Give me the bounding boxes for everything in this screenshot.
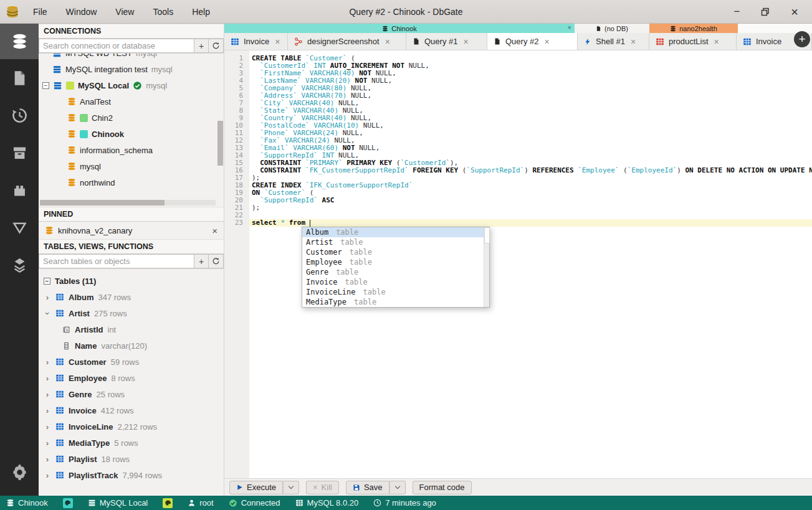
sql-editor[interactable]: 1CREATE TABLE `Customer` (2 `CustomerId`… [224,50,812,478]
minimize-icon[interactable]: − [733,6,740,17]
tab-shell1[interactable]: Shell #1 × [578,33,649,50]
close-tab-icon[interactable]: × [631,37,636,47]
autocomplete-item[interactable]: Employeetable [302,257,484,267]
tab-invoice[interactable]: Invoice × [224,33,288,50]
activity-layers[interactable] [0,246,39,283]
close-tab-icon[interactable]: × [544,37,549,47]
activity-archive[interactable] [0,134,39,171]
connection-item[interactable]: MYSQL WD TEST mysql [39,54,224,61]
activity-settings[interactable] [0,453,39,491]
autocomplete-item[interactable]: InvoiceLinetable [302,287,484,297]
chevron-right-icon[interactable]: › [44,406,51,415]
chevron-right-icon[interactable]: › [44,390,51,399]
autocomplete-item[interactable]: Albumtable [302,227,484,237]
code-line[interactable]: 23select * from [224,219,812,227]
activity-database[interactable] [0,24,39,59]
database-item[interactable]: northwind [39,174,224,191]
add-connection-button[interactable]: + [194,39,209,53]
chevron-right-icon[interactable]: › [44,471,51,480]
close-icon[interactable]: × [791,6,798,18]
code-line[interactable]: 20 `SupportRepId` ASC [224,197,812,204]
table-row-genre[interactable]: › Genre 25 rows [39,386,224,402]
menu-view[interactable]: View [115,7,134,17]
refresh-connections-button[interactable] [209,39,224,53]
chevron-right-icon[interactable]: › [44,455,51,464]
save-button[interactable]: Save [346,481,389,494]
collapse-expander[interactable]: − [44,278,50,285]
table-row-customer[interactable]: › Customer 59 rows [39,354,224,370]
autocomplete-item[interactable]: Genretable [302,267,484,277]
close-tab-icon[interactable]: × [275,37,280,47]
kill-button[interactable]: × Kill [306,481,339,494]
autocomplete-item[interactable]: Customertable [302,247,484,257]
connection-item[interactable]: MySQL integration test mysql [39,61,224,77]
activity-history[interactable] [0,97,39,134]
code-line[interactable]: 21); [224,204,812,212]
tab-productlist[interactable]: productList × [649,33,737,50]
tab-group-nodb[interactable]: (no DB) [575,24,649,33]
table-row-invoice[interactable]: › Invoice 412 rows [39,402,224,418]
tab-query1[interactable]: Query #1 × [406,33,487,50]
tables-search-input[interactable] [39,254,194,268]
add-table-button[interactable]: + [194,254,209,268]
new-tab-button[interactable]: + [794,31,810,47]
activity-query-designer[interactable] [0,209,39,246]
activity-plugins[interactable] [0,171,39,209]
close-tab-icon[interactable]: × [385,37,390,47]
chevron-right-icon[interactable]: › [44,422,51,432]
connection-item-mysql-local[interactable]: − MySQL Local mysql [39,77,224,93]
tab-group-nano2health[interactable]: nano2health [649,24,738,33]
table-row-employee[interactable]: › Employee 8 rows [39,370,224,386]
tab-group-chinook[interactable]: Chinook × [224,24,575,33]
chevron-right-icon[interactable]: › [44,438,51,448]
column-row-artistid[interactable]: 1 ArtistId int [39,321,224,338]
autocomplete-item[interactable]: MediaTypetable [302,297,484,307]
table-row-playlist[interactable]: › Playlist 18 rows [39,451,224,467]
status-database[interactable]: Chinook [6,498,48,508]
table-row-mediatype[interactable]: › MediaType 5 rows [39,435,224,451]
unpin-icon[interactable]: × [212,225,217,236]
format-code-button[interactable]: Format code [413,481,472,494]
table-row-artist[interactable]: › Artist 275 rows [39,305,224,321]
database-item[interactable]: mysql [39,158,224,174]
server-color-badge[interactable] [163,498,173,508]
database-item[interactable]: AnalTest [39,93,224,110]
table-row-playlisttrack[interactable]: › PlaylistTrack 7,994 rows [39,467,224,483]
tables-group-row[interactable]: − Tables (11) [39,273,224,289]
database-item-chinook[interactable]: Chinook [39,126,224,142]
save-options-button[interactable] [389,481,406,494]
pinned-item[interactable]: knihovna_v2_canary × [39,222,224,239]
database-color-badge[interactable] [63,498,73,508]
status-user[interactable]: root [188,498,213,508]
connections-vertical-scrollbar[interactable] [217,121,223,166]
menu-file[interactable]: File [33,7,47,17]
autocomplete-item[interactable]: Artisttable [302,237,484,247]
collapse-expander[interactable]: − [42,82,49,89]
tab-query2-active[interactable]: Query #2 × [487,33,578,50]
close-tab-icon[interactable]: × [463,37,468,47]
activity-files[interactable] [0,59,39,97]
execute-options-button[interactable] [283,481,299,494]
status-server[interactable]: MySQL Local [88,498,148,508]
table-row-invoiceline[interactable]: › InvoiceLine 2,212 rows [39,418,224,435]
chevron-down-icon[interactable]: › [43,309,52,317]
restore-icon[interactable] [761,7,770,16]
chevron-right-icon[interactable]: › [44,374,51,383]
chevron-right-icon[interactable]: › [44,357,51,367]
connections-horizontal-scrollbar[interactable] [40,200,216,205]
menu-tools[interactable]: Tools [153,7,173,17]
menu-help[interactable]: Help [192,7,210,17]
code-line[interactable]: 16 CONSTRAINT `FK_CustomerSupportRepId` … [224,167,812,174]
table-row-album[interactable]: › Album 347 rows [39,289,224,305]
code-line[interactable]: 22 [224,212,812,219]
close-tab-icon[interactable]: × [714,37,719,47]
tab-designerscreenshot[interactable]: designerScreenshot × [288,33,406,50]
database-item[interactable]: information_schema [39,142,224,158]
connection-search-input[interactable] [39,39,194,53]
database-item[interactable]: Chin2 [39,110,224,126]
autocomplete-item[interactable]: Invoicetable [302,277,484,287]
chevron-right-icon[interactable]: › [44,293,51,302]
menu-window[interactable]: Window [66,7,97,17]
close-group-icon[interactable]: × [568,24,571,31]
refresh-tables-button[interactable] [209,254,224,268]
